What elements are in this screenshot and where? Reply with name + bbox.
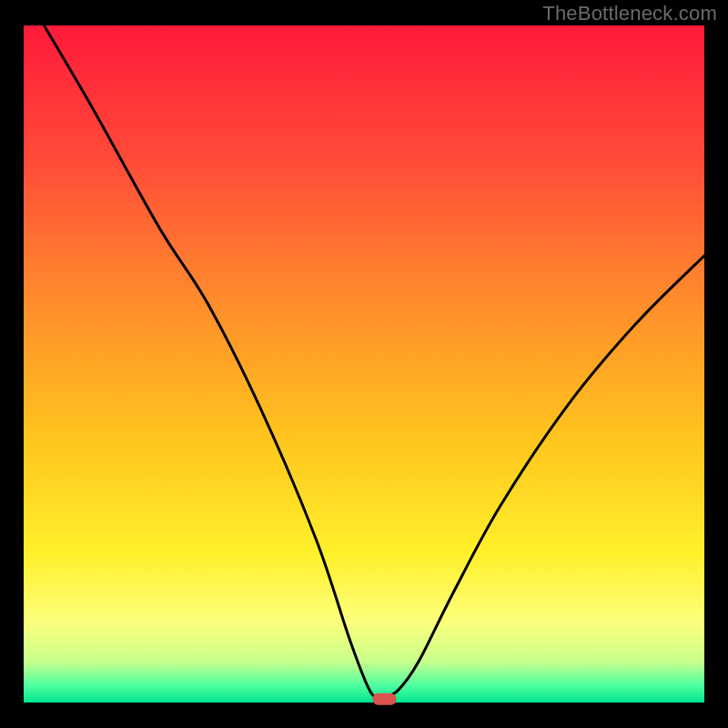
chart-svg: [0, 0, 728, 728]
optimum-marker: [372, 693, 396, 705]
watermark-text: TheBottleneck.com: [542, 2, 717, 25]
chart-container: TheBottleneck.com: [0, 0, 728, 728]
